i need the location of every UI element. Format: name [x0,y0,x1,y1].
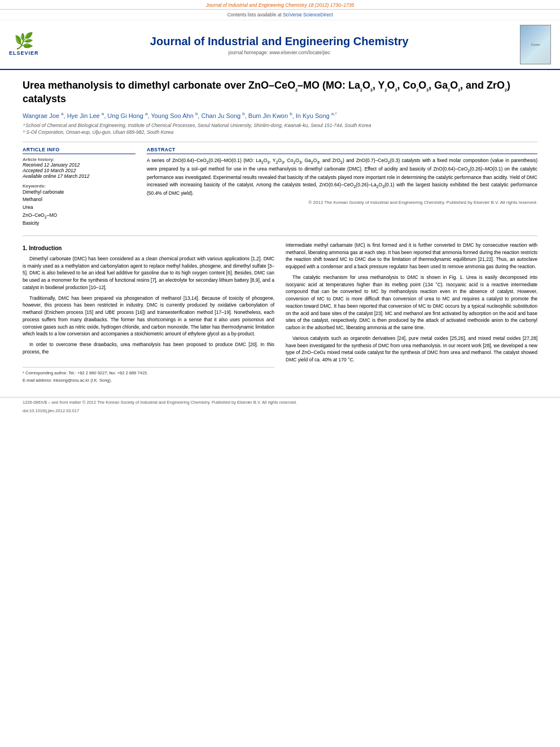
journal-title-block: Journal of Industrial and Engineering Ch… [39,34,520,55]
doi-text: doi:10.1016/j.jiec.2012.03.017 [23,408,79,413]
keyword-5: Basicity [23,220,135,228]
authors: Wangrae Joe a, Hye Jin Lee a, Ung Gi Hon… [23,111,537,119]
article-info-column: ARTICLE INFO Article history: Received 1… [23,147,135,228]
keyword-3: Urea [23,204,135,212]
intro-section-title: 1. Introduction [23,244,274,252]
keyword-2: Methanol [23,196,135,204]
intro-para-2: Traditionally, DMC has been prepared via… [23,295,274,338]
journal-title: Journal of Industrial and Engineering Ch… [39,34,520,48]
right-para-2: The catalytic mechanism for urea methano… [286,274,537,331]
available-online-date: Available online 17 March 2012 [23,173,135,179]
abstract-column: ABSTRACT A series of ZnO(0.64)–CeO2(0.26… [147,147,537,228]
journal-reference-bar: Journal of Industrial and Engineering Ch… [0,0,560,10]
body-right-column: intermediate methyl carbamate (MC) is fi… [286,242,537,383]
keywords-list: Dimethyl carbonate Methanol Urea ZnO–CeO… [23,189,135,228]
keyword-1: Dimethyl carbonate [23,189,135,196]
accepted-date: Accepted 10 March 2012 [23,168,135,173]
sciverse-link[interactable]: SciVerse ScienceDirect [283,12,333,18]
footer-doi: doi:10.1016/j.jiec.2012.03.017 [0,407,560,414]
journal-reference-text: Journal of Industrial and Engineering Ch… [206,2,355,8]
contents-text: Contents lists available at [227,12,281,18]
right-para-3: Various catalysts such as organotin deri… [286,335,537,364]
keywords-label: Keywords: [23,184,135,189]
journal-header: 🌿 ELSEVIER Journal of Industrial and Eng… [0,20,560,70]
divider-2 [23,235,537,236]
intro-section-heading: Introduction [29,245,62,251]
elsevier-tree-icon: 🌿 [14,33,34,49]
abstract-heading: ABSTRACT [147,147,537,154]
keyword-4: ZnO–CeO2–MO [23,212,135,220]
page-footer: 1226-086X/$ – see front matter © 2012 Th… [0,397,560,407]
abstract-copyright: © 2012 The Korean Society of Industrial … [147,200,537,205]
intro-para-3: In order to overcome these drawbacks, ur… [23,341,274,356]
affiliations: ᵃ School of Chemical and Biological Engi… [23,123,537,135]
body-left-column: 1. Introduction Dimethyl carbonate (DMC)… [23,242,274,383]
intro-section-number: 1. [23,245,27,251]
article-info-abstract-section: ARTICLE INFO Article history: Received 1… [23,147,537,228]
footnote-area: * Corresponding author. Tel.: +82 2 880 … [23,367,274,384]
history-label: Article history: [23,157,135,162]
article-title: Urea methanolysis to dimethyl carbonate … [23,79,537,106]
cover-placeholder: Cover [531,43,540,46]
footer-issn-text: 1226-086X/$ – see front matter © 2012 Th… [23,400,297,405]
affiliation-a: ᵃ School of Chemical and Biological Engi… [23,123,537,128]
divider-1 [23,142,537,142]
article-container: Urea methanolysis to dimethyl carbonate … [0,70,560,392]
journal-cover-image: Cover [520,25,551,64]
right-para-1: intermediate methyl carbamate (MC) is fi… [286,242,537,270]
contents-bar: Contents lists available at SciVerse Sci… [0,10,560,20]
abstract-text: A series of ZnO(0.64)–CeO2(0.26)–MO(0.1)… [147,157,537,197]
elsevier-name: ELSEVIER [9,50,39,56]
affiliation-b: ᵇ S-Oil Corporation, Onsan-eup, Ulju-gun… [23,129,537,135]
article-info-heading: ARTICLE INFO [23,147,135,154]
elsevier-logo: 🌿 ELSEVIER [9,33,39,56]
journal-homepage: journal homepage: www.elsevier.com/locat… [39,50,520,55]
body-columns: 1. Introduction Dimethyl carbonate (DMC)… [23,242,537,383]
corresponding-author-note: * Corresponding author. Tel.: +82 2 880 … [23,370,274,376]
intro-para-1: Dimethyl carbonate (DMC) has been consid… [23,255,274,291]
email-note: E-mail address: inksong@snu.ac.kr (I.K. … [23,377,274,383]
received-date: Received 12 January 2012 [23,162,135,168]
